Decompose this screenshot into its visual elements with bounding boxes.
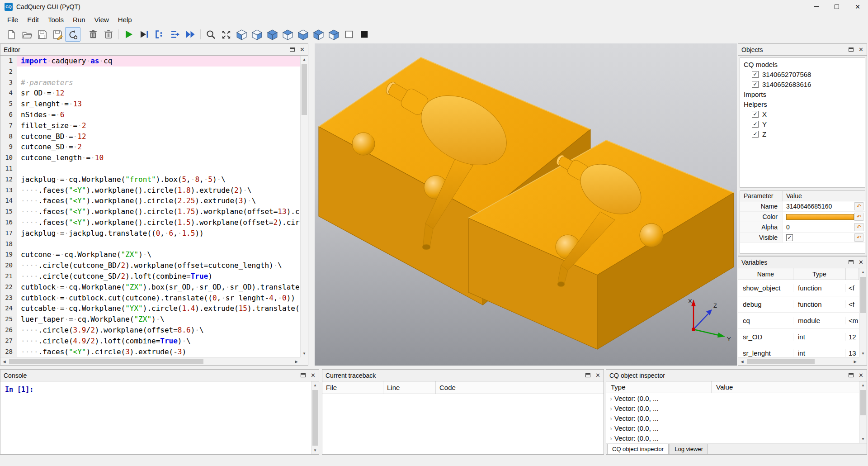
editor-line-9[interactable]: 9cutcone_SD·=·2 [0,142,300,152]
editor-line-5[interactable]: 5sr_lenght·=·13 [0,99,300,109]
visible-checkbox[interactable]: ✓ [786,234,793,241]
scroll-up-arrow[interactable]: ▲ [301,56,308,63]
checkbox[interactable]: ✓ [752,111,759,118]
checkbox[interactable]: ✓ [752,131,759,138]
view-back-button[interactable] [249,27,264,42]
variables-vertical-scrollbar[interactable]: ▲ ▼ [859,268,867,357]
editor-line-21[interactable]: 21····.circle(cutcone_SD/2).loft(combine… [0,271,300,282]
scroll-up-arrow[interactable]: ▲ [859,268,867,276]
editor-code[interactable]: 1import·cadquery·as·cq23#·parameters4sr_… [0,56,300,357]
scroll-right-arrow[interactable]: ▶ [851,358,859,365]
property-value[interactable]: 0 [783,223,854,231]
scroll-down-arrow[interactable]: ▼ [859,350,867,357]
new-script-button[interactable] [4,27,19,42]
scrollbar-thumb[interactable] [9,359,203,364]
float-panel-icon[interactable] [290,48,295,52]
console-prompt[interactable]: In [1]: [0,381,319,394]
editor-line-18[interactable]: 18 [0,239,300,250]
editor-line-28[interactable]: 28····.faces("<Y").circle(3).extrude(-3) [0,347,300,357]
step-into-button[interactable] [167,27,183,42]
tree-item-y[interactable]: ✓Y [740,119,865,129]
close-panel-icon[interactable]: ✕ [311,372,316,378]
scroll-left-arrow[interactable]: ◀ [738,358,746,365]
editor-line-2[interactable]: 2 [0,67,300,77]
scroll-down-arrow[interactable]: ▼ [311,447,319,454]
scroll-down-arrow[interactable]: ▼ [301,350,308,357]
expand-chevron-icon[interactable]: › [606,424,614,432]
splitter-viewport-right[interactable] [737,43,738,366]
auto-reload-button[interactable] [65,27,80,42]
menu-edit[interactable]: Edit [23,14,43,25]
tree-item-cq-models[interactable]: CQ models [740,59,865,69]
type-column-header[interactable]: Type [793,268,846,280]
editor-line-17[interactable]: 17jackplug·=·jackplug.translate((0,·6,·1… [0,228,300,239]
variable-row-debug[interactable]: debugfunction<f [738,296,859,313]
editor-line-26[interactable]: 26····.circle(3.9/2).workplane(offset=8.… [0,325,300,336]
splitter-horizontal[interactable] [0,366,868,369]
close-panel-icon[interactable]: ✕ [859,259,863,265]
editor-line-24[interactable]: 24cutcable·=·cq.Workplane("YX").circle(1… [0,303,300,314]
value-column-header[interactable]: Value [712,381,859,393]
tree-item-3140652707568[interactable]: ✓3140652707568 [740,69,865,79]
inspector-row[interactable]: ›Vector: (0.0, ... [606,433,859,443]
step-button[interactable] [152,27,167,42]
inspector-row[interactable]: ›Vector: (0.0, ... [606,393,859,403]
close-button[interactable]: ✕ [847,0,868,14]
checkbox[interactable]: ✓ [752,81,759,88]
value-column-header[interactable]: Value [783,192,865,200]
scroll-right-arrow[interactable]: ▶ [292,358,300,365]
code-column-header[interactable]: Code [436,381,604,394]
tab-cq-object-inspector[interactable]: CQ object inspector [607,444,669,454]
tree-item-helpers[interactable]: Helpers [740,99,865,109]
editor-line-11[interactable]: 11 [0,163,300,174]
tree-item-x[interactable]: ✓X [740,109,865,119]
expand-chevron-icon[interactable]: › [606,434,614,442]
reset-property-button[interactable]: ↶ [854,202,863,210]
editor-line-22[interactable]: 22cutblock·=·cq.Workplane("ZX").box(sr_O… [0,282,300,293]
inspector-row[interactable]: ›Vector: (0.0, ... [606,403,859,413]
editor-line-7[interactable]: 7fillet_size·=·2 [0,120,300,131]
menu-tools[interactable]: Tools [43,14,68,25]
tree-item-z[interactable]: ✓Z [740,129,865,139]
zoom-fit-button[interactable] [203,27,218,42]
open-script-button[interactable] [19,27,34,42]
editor-line-23[interactable]: 23cutblock·=·cutblock.cut(cutcone).trans… [0,293,300,304]
editor-line-6[interactable]: 6nSides·=·6 [0,109,300,120]
expand-chevron-icon[interactable]: › [606,414,614,422]
scrollbar-thumb[interactable] [312,390,318,446]
view-front-button[interactable] [234,27,249,42]
3d-viewport[interactable]: X Z Y [315,43,737,366]
close-panel-icon[interactable]: ✕ [300,47,305,52]
debug-script-button[interactable] [137,27,152,42]
editor-line-16[interactable]: 16····.faces("<Y").workplane().circle(1.… [0,217,300,228]
splitter-editor-viewport[interactable] [308,43,315,366]
float-panel-icon[interactable] [301,373,306,377]
scrollbar-thumb[interactable] [302,64,307,115]
scroll-up-arrow[interactable]: ▲ [311,381,319,389]
editor-horizontal-scrollbar[interactable]: ◀ ▶ [0,357,300,365]
scroll-up-arrow[interactable]: ▲ [859,381,867,389]
editor-line-12[interactable]: 12jackplug·=·cq.Workplane("front").box(5… [0,174,300,185]
float-panel-icon[interactable] [849,260,854,264]
menu-view[interactable]: View [90,14,113,25]
close-panel-icon[interactable]: ✕ [595,372,600,378]
menu-help[interactable]: Help [113,14,137,25]
reset-property-button[interactable]: ↶ [854,223,863,231]
shaded-mode-button[interactable] [357,27,372,42]
variable-row-sr_OD[interactable]: sr_ODint12 [738,329,859,345]
view-left-button[interactable] [311,27,326,42]
line-column-header[interactable]: Line [383,381,436,394]
variable-row-show_object[interactable]: show_objectfunction<f [738,280,859,296]
editor-line-4[interactable]: 4sr_OD·=·12 [0,88,300,99]
variables-horizontal-scrollbar[interactable]: ◀ ▶ [738,357,859,365]
name-column-header[interactable]: Name [738,268,793,280]
continue-button[interactable] [183,27,198,42]
float-panel-icon[interactable] [585,373,590,377]
editor-line-20[interactable]: 20····.circle(cutcone_BD/2).workplane(of… [0,260,300,271]
clear-all-button[interactable] [101,27,116,42]
scrollbar-thumb[interactable] [860,390,866,415]
editor-line-1[interactable]: 1import·cadquery·as·cq [0,56,300,67]
reset-property-button[interactable]: ↶ [854,213,863,221]
view-top-button[interactable] [280,27,295,42]
property-value[interactable] [783,214,854,220]
